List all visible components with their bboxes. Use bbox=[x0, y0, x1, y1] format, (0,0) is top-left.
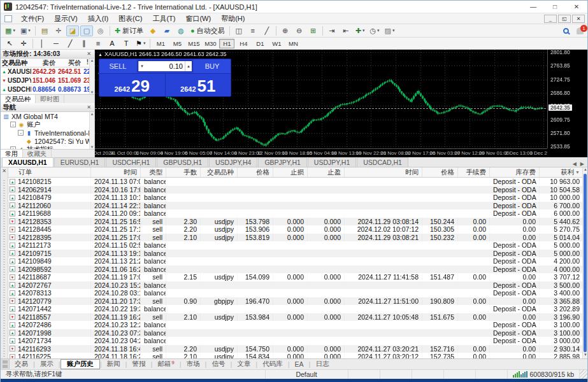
trendline-tool[interactable]: ╱ bbox=[64, 38, 76, 49]
globe-button[interactable]: ◍ bbox=[175, 25, 187, 36]
history-column-header[interactable]: 价格 bbox=[238, 167, 273, 177]
periods-dropdown-button[interactable]: ◷▾ bbox=[368, 25, 381, 36]
autotrade-button[interactable]: ●自动交易 bbox=[189, 25, 227, 36]
terminal-tab-市场[interactable]: 市场 bbox=[182, 359, 205, 369]
market-watch-column-header[interactable]: 交易品种 bbox=[1, 59, 31, 67]
history-row[interactable]: ▼1421207792024.11.20 17:30:11sell0.90gbp… bbox=[8, 297, 582, 306]
terminal-tab-信号[interactable]: 信号 bbox=[206, 359, 230, 369]
history-row[interactable]: ▲1421196882024.11.20 09:15:44balanceDepo… bbox=[8, 209, 582, 218]
scroll-right-icon[interactable]: ▶ bbox=[580, 161, 584, 167]
mdi-minimize-button[interactable]: _ bbox=[544, 15, 557, 23]
navigator-scrollbar[interactable]: ▲▼ bbox=[89, 112, 94, 149]
navigator-item[interactable]: -▮TriveInternational-Live-1.2 bbox=[1, 129, 94, 137]
collapse-box-icon[interactable]: - bbox=[10, 122, 16, 127]
terminal-tab-账户历史[interactable]: 账户历史 bbox=[61, 359, 100, 369]
scrollbar-thumb[interactable] bbox=[584, 174, 587, 352]
terminal-scrollbar[interactable]: ▲ ▼ bbox=[582, 167, 587, 358]
history-row[interactable]: ▲1420985922024.11.06 16:24:30balanceDepo… bbox=[8, 265, 582, 274]
auto-scroll-button[interactable]: ⇤ bbox=[340, 25, 352, 36]
history-row[interactable]: ▲1420714422024.10.22 19:35:13balanceDepo… bbox=[8, 305, 582, 313]
chart-mini-button[interactable]: ▤ bbox=[38, 25, 51, 36]
history-row[interactable]: ▲1420719982024.10.23 07:37:47balanceDepo… bbox=[8, 329, 582, 337]
market-watch-row-USDJPY[interactable]: ▼USDJPY151.046151.06923 bbox=[1, 76, 94, 85]
objects-folder-button[interactable]: ◪ bbox=[66, 25, 79, 36]
crosshair-tool[interactable]: ✛ bbox=[17, 38, 30, 49]
history-column-header[interactable]: 交易品种 bbox=[201, 167, 238, 177]
market-watch-row-USDCHF[interactable]: ▲USDCHF0.886540.8867319 bbox=[1, 85, 94, 94]
history-column-header[interactable]: 库存费 bbox=[490, 167, 540, 177]
terminal-tab-文章[interactable]: 文章 bbox=[232, 359, 255, 369]
channel-tool[interactable]: ∥ bbox=[78, 38, 90, 49]
close-icon[interactable]: ✕ bbox=[85, 104, 92, 110]
chart-shift-button[interactable]: ⇥ bbox=[326, 25, 338, 36]
history-row[interactable]: ▲1421082152024.11.13 07:06:03balanceDepo… bbox=[8, 178, 582, 186]
bar-style-button[interactable]: ≡ bbox=[247, 25, 259, 36]
period-button-MN[interactable]: MN bbox=[285, 39, 301, 48]
resize-grip[interactable] bbox=[580, 370, 587, 379]
terminal-tab-新闻[interactable]: 新闻 bbox=[102, 359, 125, 369]
terminal-tab-代码库[interactable]: 代码库 bbox=[257, 359, 288, 369]
templates-button[interactable]: ▨▾ bbox=[383, 25, 397, 36]
history-column-header[interactable]: 价格 bbox=[422, 167, 458, 177]
shapes-tool[interactable]: ⚑▾ bbox=[134, 38, 147, 49]
lot-decrement-icon[interactable]: ▼ bbox=[138, 61, 145, 71]
notifications-bell-icon[interactable]: 1 bbox=[577, 27, 584, 34]
period-button-M5[interactable]: M5 bbox=[169, 39, 185, 48]
history-row[interactable]: ▼1421162932024.11.18 16:45:16sell2.20usd… bbox=[8, 345, 582, 353]
magnifier-doc-button[interactable]: ◎ bbox=[94, 25, 107, 36]
cursor-tool[interactable]: ↖ bbox=[3, 38, 16, 49]
panel-grip[interactable] bbox=[3, 180, 5, 371]
tile-windows-button[interactable]: ⊞ bbox=[307, 25, 320, 36]
minimize-button[interactable]: — bbox=[522, 1, 544, 13]
window-button[interactable]: ▢ bbox=[80, 25, 93, 36]
period-button-D1[interactable]: D1 bbox=[252, 39, 268, 48]
terminal-tab-展示[interactable]: 展示 bbox=[35, 359, 59, 369]
terminal-tab-邮箱[interactable]: 邮箱9 bbox=[152, 359, 179, 369]
label-tool[interactable]: T bbox=[120, 38, 133, 49]
history-row[interactable]: ▼1421283952024.11.25 17:04:02sell2.10usd… bbox=[8, 234, 582, 242]
period-button-M1[interactable]: M1 bbox=[153, 39, 168, 48]
terminal-tab-警报[interactable]: 警报 bbox=[127, 359, 150, 369]
market-watch-column-header[interactable]: 买价 bbox=[57, 59, 82, 67]
fibonacci-tool[interactable]: ≡ bbox=[92, 38, 104, 49]
menu-item-C[interactable]: 图表(C) bbox=[113, 14, 147, 23]
history-row[interactable]: ▼1421186872024.11.19 17:05:21sell2.15usd… bbox=[8, 273, 582, 281]
zoom-out-button[interactable]: ⊖ bbox=[293, 25, 306, 36]
candlestick-style-button[interactable]: ◫ bbox=[233, 25, 245, 36]
menu-item-I[interactable]: 插入(I) bbox=[83, 14, 113, 23]
market-watch-column-header[interactable]: 卖价 bbox=[31, 59, 57, 67]
collapse-arrow-icon[interactable]: ▲ bbox=[98, 52, 103, 57]
indicators-button[interactable]: ✚▾ bbox=[354, 25, 367, 36]
chart-tab-EURUSDH1[interactable]: EURUSD,H1 bbox=[54, 157, 106, 167]
history-column-header[interactable]: 获利▼ bbox=[540, 167, 582, 177]
history-row[interactable]: ▲1420724862024.10.23 12:25:04balanceDepo… bbox=[8, 321, 582, 329]
history-row[interactable]: ▼1421284452024.11.25 17:12:52sell2.20usd… bbox=[8, 225, 582, 234]
period-button-M15[interactable]: M15 bbox=[186, 39, 201, 48]
terminal-tab-EA[interactable]: EA bbox=[290, 360, 309, 369]
terminal-tab-交易[interactable]: 交易 bbox=[10, 359, 33, 369]
navigator-item[interactable]: ◆12042547: Si Yu Wu bbox=[1, 137, 94, 145]
chart-tab-USDJPYH1[interactable]: USDJPY,H1 bbox=[308, 157, 356, 167]
history-row[interactable]: ▲1420727672024.10.23 15:21:55balanceDepo… bbox=[8, 281, 582, 290]
market-watch-row-XAUUSD[interactable]: ▲XAUUSD2642.292642.5122 bbox=[1, 67, 94, 76]
history-row[interactable]: ▲1421120602024.11.14 22:13:04balanceDepo… bbox=[8, 202, 582, 210]
sell-button[interactable]: SELL bbox=[99, 59, 136, 73]
text-tool[interactable]: A bbox=[106, 38, 118, 49]
chart-tab-XAUUSDH1[interactable]: XAUUSD,H1 bbox=[2, 157, 54, 167]
line-style-button[interactable]: ╱ bbox=[261, 25, 273, 36]
history-row[interactable]: ▲1421098492024.11.13 21:23:52balanceDepo… bbox=[8, 257, 582, 265]
market-watch-tab-即时图[interactable]: 即时图 bbox=[36, 95, 64, 103]
terminal-tab-日志[interactable]: 日志 bbox=[310, 359, 334, 369]
menu-item-T[interactable]: 工具(T) bbox=[147, 14, 180, 23]
history-row[interactable]: ▲1420629142024.10.16 17:02:12balanceDepo… bbox=[8, 186, 582, 194]
bucket-button[interactable]: ◆ bbox=[147, 25, 159, 36]
menu-item-H[interactable]: 帮助(H) bbox=[216, 14, 250, 23]
menu-item-V[interactable]: 显示(V) bbox=[49, 14, 83, 23]
history-row[interactable]: ▲1420783132024.10.28 03:15:08balanceDepo… bbox=[8, 289, 582, 297]
history-column-header[interactable]: 时间 bbox=[91, 167, 141, 177]
close-button[interactable]: ✕ bbox=[566, 1, 587, 13]
scroll-left-icon[interactable]: ◀ bbox=[573, 161, 577, 167]
menu-item-F[interactable]: 文件(F) bbox=[16, 14, 49, 23]
zoom-in-button[interactable]: ⊕ bbox=[279, 25, 292, 36]
history-column-header[interactable]: 手数 bbox=[166, 167, 201, 177]
